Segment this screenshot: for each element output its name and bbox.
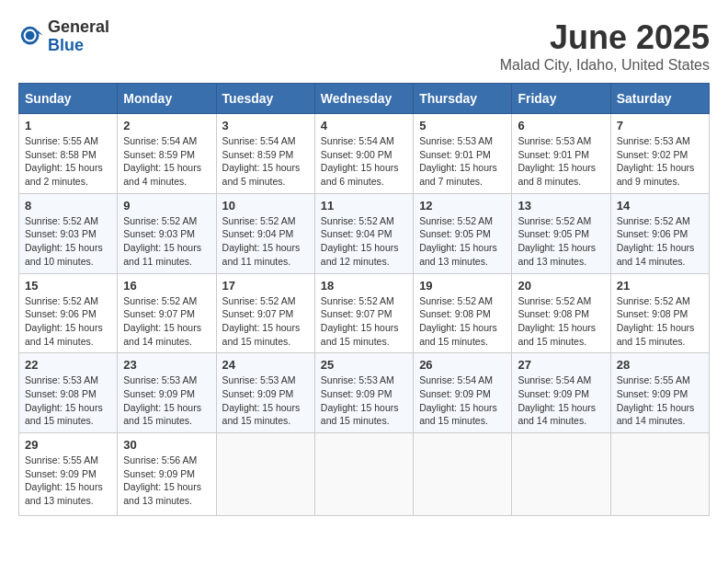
logo-blue-text: Blue	[48, 37, 109, 55]
day-number: 26	[419, 358, 506, 372]
calendar-cell	[216, 433, 314, 516]
day-number: 24	[222, 358, 309, 372]
day-number: 27	[518, 358, 604, 372]
calendar-cell: 8 Sunrise: 5:52 AM Sunset: 9:03 PM Dayli…	[19, 193, 118, 273]
header-monday: Monday	[118, 84, 216, 114]
day-number: 25	[321, 358, 407, 372]
calendar-table: Sunday Monday Tuesday Wednesday Thursday…	[18, 83, 710, 516]
day-info: Sunrise: 5:52 AM Sunset: 9:03 PM Dayligh…	[123, 214, 210, 269]
calendar-cell: 1 Sunrise: 5:55 AM Sunset: 8:58 PM Dayli…	[19, 114, 118, 194]
calendar-cell: 13 Sunrise: 5:52 AM Sunset: 9:05 PM Dayl…	[512, 193, 610, 273]
day-info: Sunrise: 5:52 AM Sunset: 9:08 PM Dayligh…	[419, 294, 506, 349]
day-number: 5	[419, 119, 506, 132]
calendar-cell: 3 Sunrise: 5:54 AM Sunset: 8:59 PM Dayli…	[216, 114, 314, 194]
calendar-cell: 22 Sunrise: 5:53 AM Sunset: 9:08 PM Dayl…	[19, 353, 118, 433]
day-info: Sunrise: 5:52 AM Sunset: 9:08 PM Dayligh…	[518, 294, 604, 349]
day-number: 4	[321, 119, 407, 132]
day-number: 18	[321, 279, 407, 293]
day-info: Sunrise: 5:55 AM Sunset: 9:09 PM Dayligh…	[25, 454, 111, 508]
day-number: 6	[518, 119, 604, 132]
day-number: 1	[25, 119, 111, 132]
day-number: 29	[25, 438, 111, 452]
day-number: 10	[222, 199, 309, 213]
calendar-cell: 9 Sunrise: 5:52 AM Sunset: 9:03 PM Dayli…	[118, 193, 216, 273]
svg-point-2	[26, 30, 35, 40]
day-number: 7	[617, 119, 703, 132]
day-number: 13	[518, 199, 604, 213]
calendar-cell: 24 Sunrise: 5:53 AM Sunset: 9:09 PM Dayl…	[216, 353, 314, 433]
day-info: Sunrise: 5:54 AM Sunset: 9:09 PM Dayligh…	[518, 373, 604, 428]
day-info: Sunrise: 5:52 AM Sunset: 9:07 PM Dayligh…	[222, 294, 309, 349]
day-number: 15	[25, 279, 111, 293]
day-info: Sunrise: 5:54 AM Sunset: 8:59 PM Dayligh…	[222, 134, 309, 189]
day-info: Sunrise: 5:52 AM Sunset: 9:04 PM Dayligh…	[321, 214, 407, 269]
calendar-cell: 19 Sunrise: 5:52 AM Sunset: 9:08 PM Dayl…	[414, 273, 512, 353]
day-number: 12	[419, 199, 506, 213]
calendar-cell: 14 Sunrise: 5:52 AM Sunset: 9:06 PM Dayl…	[610, 193, 709, 273]
day-info: Sunrise: 5:53 AM Sunset: 9:01 PM Dayligh…	[419, 134, 506, 189]
logo-text: General Blue	[48, 18, 109, 55]
calendar-cell: 11 Sunrise: 5:52 AM Sunset: 9:04 PM Dayl…	[314, 193, 413, 273]
calendar-cell	[414, 433, 512, 516]
header-friday: Friday	[512, 84, 610, 114]
day-info: Sunrise: 5:53 AM Sunset: 9:09 PM Dayligh…	[321, 373, 407, 428]
calendar-cell: 29 Sunrise: 5:55 AM Sunset: 9:09 PM Dayl…	[19, 433, 118, 516]
calendar-cell: 30 Sunrise: 5:56 AM Sunset: 9:09 PM Dayl…	[118, 433, 216, 516]
title-section: June 2025 Malad City, Idaho, United Stat…	[500, 18, 710, 74]
calendar-cell	[512, 433, 610, 516]
calendar-cell: 28 Sunrise: 5:55 AM Sunset: 9:09 PM Dayl…	[610, 353, 709, 433]
calendar-cell: 23 Sunrise: 5:53 AM Sunset: 9:09 PM Dayl…	[118, 353, 216, 433]
calendar-cell: 10 Sunrise: 5:52 AM Sunset: 9:04 PM Dayl…	[216, 193, 314, 273]
day-number: 11	[321, 199, 407, 213]
day-number: 3	[222, 119, 309, 132]
day-info: Sunrise: 5:55 AM Sunset: 9:09 PM Dayligh…	[617, 373, 703, 428]
day-number: 2	[123, 119, 210, 132]
calendar-cell: 7 Sunrise: 5:53 AM Sunset: 9:02 PM Dayli…	[610, 114, 709, 194]
day-number: 23	[123, 358, 210, 372]
day-info: Sunrise: 5:54 AM Sunset: 9:00 PM Dayligh…	[321, 134, 407, 189]
calendar-title: June 2025	[500, 18, 710, 57]
day-info: Sunrise: 5:52 AM Sunset: 9:06 PM Dayligh…	[617, 214, 703, 269]
calendar-cell: 21 Sunrise: 5:52 AM Sunset: 9:08 PM Dayl…	[610, 273, 709, 353]
calendar-cell: 6 Sunrise: 5:53 AM Sunset: 9:01 PM Dayli…	[512, 114, 610, 194]
calendar-cell: 15 Sunrise: 5:52 AM Sunset: 9:06 PM Dayl…	[19, 273, 118, 353]
calendar-cell: 17 Sunrise: 5:52 AM Sunset: 9:07 PM Dayl…	[216, 273, 314, 353]
calendar-cell: 12 Sunrise: 5:52 AM Sunset: 9:05 PM Dayl…	[414, 193, 512, 273]
logo-icon	[18, 24, 44, 50]
day-number: 16	[123, 279, 210, 293]
calendar-header-row: Sunday Monday Tuesday Wednesday Thursday…	[19, 84, 710, 114]
day-number: 17	[222, 279, 309, 293]
day-info: Sunrise: 5:56 AM Sunset: 9:09 PM Dayligh…	[123, 454, 210, 508]
calendar-cell: 4 Sunrise: 5:54 AM Sunset: 9:00 PM Dayli…	[314, 114, 413, 194]
calendar-cell	[314, 433, 413, 516]
calendar-cell	[610, 433, 709, 516]
day-info: Sunrise: 5:53 AM Sunset: 9:09 PM Dayligh…	[222, 373, 309, 428]
day-number: 19	[419, 279, 506, 293]
header-sunday: Sunday	[19, 84, 118, 114]
header: General Blue June 2025 Malad City, Idaho…	[18, 18, 710, 74]
header-saturday: Saturday	[610, 84, 709, 114]
header-thursday: Thursday	[414, 84, 512, 114]
day-info: Sunrise: 5:52 AM Sunset: 9:07 PM Dayligh…	[321, 294, 407, 349]
calendar-cell: 18 Sunrise: 5:52 AM Sunset: 9:07 PM Dayl…	[314, 273, 413, 353]
calendar-cell: 16 Sunrise: 5:52 AM Sunset: 9:07 PM Dayl…	[118, 273, 216, 353]
day-info: Sunrise: 5:53 AM Sunset: 9:09 PM Dayligh…	[123, 373, 210, 428]
day-number: 28	[617, 358, 703, 372]
day-info: Sunrise: 5:54 AM Sunset: 9:09 PM Dayligh…	[419, 373, 506, 428]
day-info: Sunrise: 5:53 AM Sunset: 9:08 PM Dayligh…	[25, 373, 111, 428]
day-number: 21	[617, 279, 703, 293]
calendar-cell: 25 Sunrise: 5:53 AM Sunset: 9:09 PM Dayl…	[314, 353, 413, 433]
day-number: 30	[123, 438, 210, 452]
calendar-cell: 26 Sunrise: 5:54 AM Sunset: 9:09 PM Dayl…	[414, 353, 512, 433]
day-info: Sunrise: 5:55 AM Sunset: 8:58 PM Dayligh…	[25, 134, 111, 189]
logo: General Blue	[18, 18, 109, 55]
day-info: Sunrise: 5:52 AM Sunset: 9:05 PM Dayligh…	[419, 214, 506, 269]
day-info: Sunrise: 5:52 AM Sunset: 9:08 PM Dayligh…	[617, 294, 703, 349]
day-number: 20	[518, 279, 604, 293]
calendar-cell: 2 Sunrise: 5:54 AM Sunset: 8:59 PM Dayli…	[118, 114, 216, 194]
day-number: 8	[25, 199, 111, 213]
calendar-cell: 5 Sunrise: 5:53 AM Sunset: 9:01 PM Dayli…	[414, 114, 512, 194]
calendar-subtitle: Malad City, Idaho, United States	[500, 57, 710, 74]
day-info: Sunrise: 5:53 AM Sunset: 9:02 PM Dayligh…	[617, 134, 703, 189]
day-number: 14	[617, 199, 703, 213]
